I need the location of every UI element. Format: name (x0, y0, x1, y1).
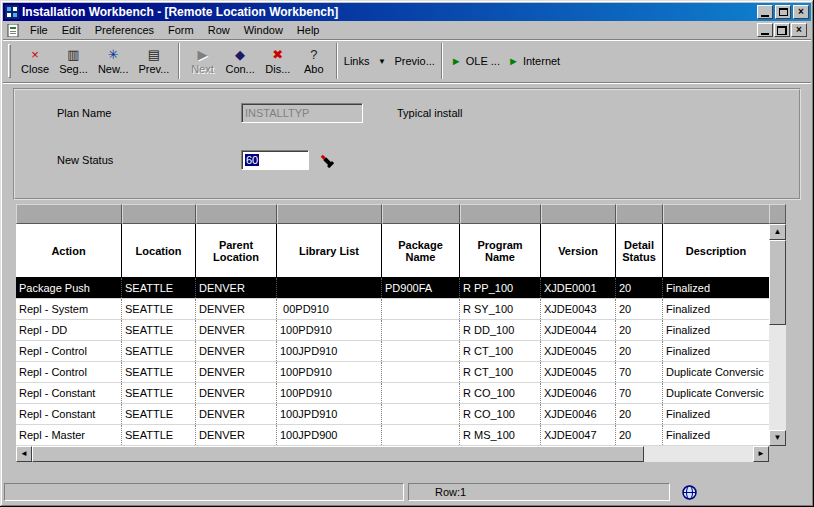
mdi-close-button[interactable]: × (791, 23, 807, 37)
horizontal-scroll-thumb[interactable] (32, 446, 644, 462)
grid-header-spacer[interactable] (616, 204, 663, 224)
table-cell[interactable]: Finalized (663, 404, 769, 424)
vertical-scrollbar[interactable]: ▲ ▼ (769, 224, 786, 446)
table-cell[interactable]: SEATTLE (122, 341, 196, 361)
grid-header-spacer[interactable] (663, 204, 769, 224)
table-row[interactable]: Repl - ConstantSEATTLEDENVER100JPD910R C… (16, 404, 769, 425)
table-cell[interactable]: Duplicate Conversic (663, 383, 769, 403)
column-header-description[interactable]: Description (663, 224, 769, 277)
table-cell[interactable]: 100PD910 (277, 320, 382, 340)
table-cell[interactable]: R CO_100 (460, 383, 541, 403)
table-cell[interactable]: XJDE0045 (541, 362, 616, 382)
column-header-parent-location[interactable]: Parent Location (196, 224, 277, 277)
mdi-document-icon[interactable] (5, 23, 21, 37)
table-cell[interactable]: Repl - Master (16, 425, 122, 445)
grid-header-spacer[interactable] (382, 204, 460, 224)
column-header-package-name[interactable]: Package Name (382, 224, 460, 277)
table-cell[interactable]: DENVER (196, 383, 277, 403)
table-cell[interactable]: R MS_100 (460, 425, 541, 445)
table-cell[interactable]: XJDE0045 (541, 341, 616, 361)
table-cell[interactable]: XJDE0043 (541, 299, 616, 319)
table-cell[interactable]: XJDE0047 (541, 425, 616, 445)
internet-button[interactable]: ► Internet (504, 42, 564, 80)
title-bar[interactable]: Installation Workbench - [Remote Locatio… (3, 3, 811, 21)
mdi-restore-button[interactable] (774, 23, 790, 37)
table-cell[interactable]: DENVER (196, 404, 277, 424)
table-row[interactable]: Repl - ControlSEATTLEDENVER100PD910R CT_… (16, 362, 769, 383)
maximize-button[interactable] (775, 5, 791, 19)
about-button[interactable]: ? Abo (296, 42, 332, 80)
table-cell[interactable]: 100PD910 (277, 362, 382, 382)
close-button[interactable]: × Close (16, 42, 54, 80)
table-cell[interactable]: 70 (616, 383, 663, 403)
prev-button[interactable]: ▤ Prev... (133, 42, 174, 80)
horizontal-scroll-track[interactable] (32, 446, 753, 462)
table-cell[interactable]: Package Push (16, 278, 122, 298)
table-row[interactable]: Repl - MasterSEATTLEDENVER100JPD900R MS_… (16, 425, 769, 446)
table-cell[interactable]: DENVER (196, 425, 277, 445)
table-cell[interactable]: Repl - Control (16, 341, 122, 361)
table-cell[interactable]: XJDE0046 (541, 383, 616, 403)
table-cell[interactable]: Repl - Constant (16, 383, 122, 403)
table-cell[interactable]: XJDE0001 (541, 278, 616, 298)
table-cell[interactable]: DENVER (196, 320, 277, 340)
table-cell[interactable]: DENVER (196, 341, 277, 361)
links-selected-value[interactable]: Previo... (394, 55, 434, 67)
dis-button[interactable]: ✖ Dis... (260, 42, 296, 80)
table-cell[interactable]: R CO_100 (460, 404, 541, 424)
table-cell[interactable]: 100JPD900 (277, 425, 382, 445)
table-cell[interactable]: 20 (616, 404, 663, 424)
table-cell[interactable]: DENVER (196, 362, 277, 382)
scroll-right-button[interactable]: ► (753, 446, 769, 462)
toolbar-grip[interactable] (8, 44, 11, 78)
table-cell[interactable] (382, 362, 460, 382)
table-cell[interactable]: SEATTLE (122, 362, 196, 382)
table-cell[interactable]: Duplicate Conversic (663, 362, 769, 382)
table-cell[interactable] (382, 299, 460, 319)
segments-button[interactable]: ▥ Seg... (54, 42, 93, 80)
table-cell[interactable]: 20 (616, 278, 663, 298)
table-cell[interactable]: SEATTLE (122, 404, 196, 424)
table-cell[interactable]: 20 (616, 299, 663, 319)
table-cell[interactable]: Repl - System (16, 299, 122, 319)
table-cell[interactable]: R CT_100 (460, 341, 541, 361)
table-cell[interactable] (382, 425, 460, 445)
table-cell[interactable]: SEATTLE (122, 425, 196, 445)
table-cell[interactable]: R CT_100 (460, 362, 541, 382)
menu-row[interactable]: Row (201, 22, 237, 38)
table-cell[interactable]: 20 (616, 341, 663, 361)
column-header-location[interactable]: Location (122, 224, 196, 277)
table-cell[interactable]: 100PD910 (277, 383, 382, 403)
table-row[interactable]: Repl - DDSEATTLEDENVER100PD910R DD_100XJ… (16, 320, 769, 341)
scroll-down-button[interactable]: ▼ (769, 430, 786, 446)
menu-edit[interactable]: Edit (55, 22, 88, 38)
table-cell[interactable] (382, 320, 460, 340)
table-cell[interactable]: SEATTLE (122, 299, 196, 319)
column-header-detail-status[interactable]: Detail Status (616, 224, 663, 277)
table-cell[interactable]: 100JPD910 (277, 404, 382, 424)
table-cell[interactable]: 100JPD910 (277, 341, 382, 361)
table-cell[interactable]: 20 (616, 320, 663, 340)
ole-button[interactable]: ► OLE ... (447, 42, 504, 80)
grid-header-spacer[interactable] (277, 204, 382, 224)
menu-preferences[interactable]: Preferences (88, 22, 161, 38)
table-cell[interactable]: SEATTLE (122, 383, 196, 403)
table-cell[interactable]: SEATTLE (122, 320, 196, 340)
table-row[interactable]: Repl - ConstantSEATTLEDENVER100PD910R CO… (16, 383, 769, 404)
mdi-minimize-button[interactable] (757, 23, 773, 37)
column-header-library-list[interactable]: Library List (277, 224, 382, 277)
table-cell[interactable]: Finalized (663, 278, 769, 298)
table-cell[interactable]: Repl - Constant (16, 404, 122, 424)
table-row[interactable]: Repl - SystemSEATTLEDENVER 00PD910R SY_1… (16, 299, 769, 320)
table-cell[interactable] (382, 404, 460, 424)
table-row[interactable]: Repl - ControlSEATTLEDENVER100JPD910R CT… (16, 341, 769, 362)
table-cell[interactable]: Repl - DD (16, 320, 122, 340)
grid-header-spacer[interactable] (122, 204, 196, 224)
table-cell[interactable] (382, 383, 460, 403)
scroll-up-button[interactable]: ▲ (769, 224, 786, 240)
table-cell[interactable]: Finalized (663, 299, 769, 319)
con-button[interactable]: ◆ Con... (220, 42, 259, 80)
table-cell[interactable]: XJDE0046 (541, 404, 616, 424)
links-dropdown-icon[interactable]: ▼ (374, 54, 389, 69)
minimize-button[interactable] (757, 5, 773, 19)
